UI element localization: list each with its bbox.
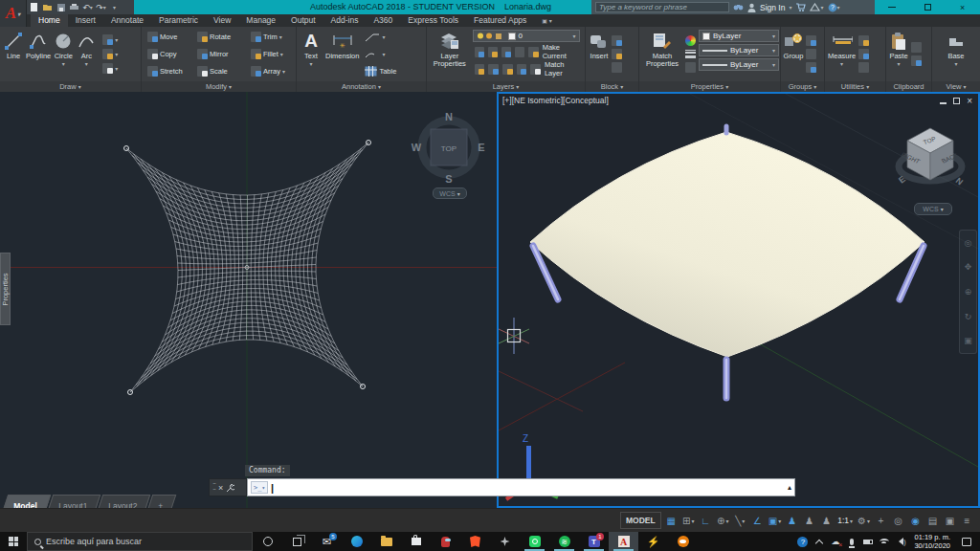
taskbar-whatsapp-icon[interactable] <box>520 532 549 551</box>
taskbar-compass-app-icon[interactable] <box>490 532 520 551</box>
compass-n[interactable]: N <box>445 111 453 122</box>
ribbon-tab-view[interactable]: View <box>206 14 238 27</box>
tab-layout1[interactable]: Layout1 <box>48 495 100 508</box>
match-layer-icon[interactable] <box>530 64 541 75</box>
measure-button[interactable]: Measure▾ <box>828 27 856 81</box>
ribbon-tab-a360[interactable]: A360 <box>366 14 400 27</box>
nav-pan-icon[interactable]: ✥ <box>965 262 972 272</box>
layer-select-combo[interactable]: 0 ▾ <box>473 30 580 42</box>
table-button[interactable]: Table <box>363 64 398 79</box>
leader2-tool-icon[interactable]: ▾ <box>363 47 398 62</box>
minimize-button[interactable] <box>875 0 910 14</box>
status-grid-display[interactable]: ▦ <box>664 513 679 528</box>
compass-w[interactable]: W <box>412 142 422 153</box>
layer-unlock-icon[interactable] <box>502 64 513 75</box>
linetype-combo[interactable]: ByLayer▾ <box>699 58 779 71</box>
help-tray-icon[interactable]: ? <box>795 532 810 551</box>
status-object-snap-tracking[interactable]: ∠ <box>750 513 765 528</box>
open-file-icon[interactable] <box>42 2 53 12</box>
search-binoculars-icon[interactable] <box>733 0 744 14</box>
ribbon-tab-add-ins[interactable]: Add-ins <box>323 14 367 27</box>
ribbon-display-toggle[interactable]: ▣ ▾ <box>534 14 559 27</box>
command-customize-icon[interactable] <box>226 479 234 496</box>
status-object-snap[interactable]: ▣▾ <box>768 513 782 528</box>
taskbar-blender-icon[interactable] <box>668 532 698 551</box>
tab-layout2[interactable]: Layout2 <box>99 495 151 508</box>
taskbar-autocad-icon[interactable]: A <box>609 532 638 551</box>
paste-button[interactable]: Paste▾ <box>888 27 909 81</box>
stretch-button[interactable]: Stretch <box>145 63 195 78</box>
compass-s[interactable]: S <box>445 173 452 185</box>
insert-button[interactable]: Insert <box>589 27 610 81</box>
status-customize-plus[interactable]: + <box>874 513 888 528</box>
onedrive-icon[interactable]: ☁× <box>828 532 842 551</box>
status-autoscale[interactable]: ♟ <box>802 513 816 528</box>
sign-in-dropdown-icon[interactable]: ▾ <box>789 4 791 11</box>
block-sync-icon[interactable] <box>612 62 622 73</box>
ribbon-tab-insert[interactable]: Insert <box>68 14 103 27</box>
command-grip-handle[interactable]: ⁚⁚ <box>212 483 215 492</box>
maximize-button[interactable] <box>910 0 946 14</box>
leader-tool-icon[interactable]: ▾ <box>363 30 398 45</box>
status-polar-tracking[interactable]: ⊕▾ <box>716 513 730 528</box>
id-point-icon[interactable] <box>858 62 869 73</box>
base-button[interactable]: Base▾ <box>946 27 967 81</box>
ribbon-tab-express-tools[interactable]: Express Tools <box>400 14 466 27</box>
panel-title-draw[interactable]: Draw ▾ <box>0 81 141 92</box>
arc-button[interactable]: Arc▾ <box>76 27 97 81</box>
status-annotation-scale[interactable]: 1:1▾ <box>836 513 854 528</box>
tab-new-layout[interactable]: + <box>148 495 177 508</box>
cut-icon[interactable] <box>911 42 922 53</box>
status-customize-menu[interactable]: ≡ <box>960 513 974 528</box>
viewport-ne-isometric[interactable]: Z [+][NE Isometric][Conceptual] × E N <box>497 92 980 508</box>
block-edit-icon[interactable] <box>612 35 622 46</box>
taskbar-store-icon[interactable] <box>401 532 431 551</box>
command-close-icon[interactable]: × <box>218 483 223 493</box>
panel-title-utilities[interactable]: Utilities ▾ <box>825 81 885 92</box>
battery-icon[interactable] <box>860 532 875 551</box>
ellipse-tool-icon[interactable]: ▾ <box>100 49 120 60</box>
save-icon[interactable] <box>56 2 66 12</box>
status-clean-screen[interactable]: ▣ <box>943 513 957 528</box>
qat-customize-icon[interactable]: ▾ <box>109 2 120 12</box>
wcs-menu-left[interactable]: WCS▾ <box>433 187 467 199</box>
status-plot[interactable]: ▤ <box>925 513 940 528</box>
command-prompt-icon[interactable]: >_▾ <box>251 481 268 494</box>
make-current-button[interactable]: Make Current <box>543 43 583 60</box>
viewcube-left[interactable]: N S W E TOP <box>411 105 487 193</box>
polyline-button[interactable]: Polyline <box>26 27 51 81</box>
taskbar-brave-icon[interactable] <box>460 532 490 551</box>
panel-title-properties[interactable]: Properties ▾ <box>639 81 780 92</box>
layer-walk-icon[interactable] <box>517 64 527 75</box>
quick-select-icon[interactable] <box>858 35 869 46</box>
color-wheel-icon[interactable] <box>685 35 696 46</box>
linetype-icon[interactable] <box>685 62 696 73</box>
nav-orbit-icon[interactable]: ↻ <box>965 312 972 321</box>
nav-zoom-icon[interactable]: ⊕ <box>965 287 972 297</box>
make-current-icon[interactable] <box>528 47 538 57</box>
ribbon-tab-manage[interactable]: Manage <box>238 14 283 27</box>
command-input[interactable]: >_▾ | ▴ <box>247 478 795 496</box>
app-store-cart-icon[interactable] <box>795 0 806 14</box>
object-color-combo[interactable]: ByLayer▾ <box>699 30 779 42</box>
redo-icon[interactable]: ↷▾ <box>96 2 106 12</box>
panel-title-view[interactable]: View ▾ <box>932 81 980 92</box>
tray-expand-icon[interactable] <box>812 532 826 551</box>
help-icon[interactable]: ?▾ <box>828 0 840 14</box>
viewcube-right[interactable]: E N TOP RIGHT BACK <box>894 111 970 202</box>
properties-palette-tab[interactable]: Properties <box>0 253 11 325</box>
vp-minimize-icon[interactable] <box>940 102 947 104</box>
model-space-button[interactable]: MODEL <box>620 512 661 529</box>
ribbon-tab-annotate[interactable]: Annotate <box>103 14 151 27</box>
match-properties-button[interactable]: Match Properties <box>642 27 682 81</box>
exchange-apps-icon[interactable]: ▾ <box>810 0 823 14</box>
taskbar-teams-icon[interactable]: T1 <box>579 532 609 551</box>
taskbar-spotify-icon[interactable]: ≋ <box>549 532 579 551</box>
help-search-input[interactable]: Type a keyword or phrase <box>595 2 729 12</box>
taskbar-lightning-app-icon[interactable]: ⚡ <box>638 532 668 551</box>
mirror-button[interactable]: Mirror <box>195 46 249 61</box>
layer-freeze-icon[interactable] <box>501 47 511 57</box>
line-button[interactable]: Line <box>3 27 24 81</box>
plot-icon[interactable] <box>69 2 79 12</box>
layer-isolate-icon[interactable] <box>488 47 498 57</box>
